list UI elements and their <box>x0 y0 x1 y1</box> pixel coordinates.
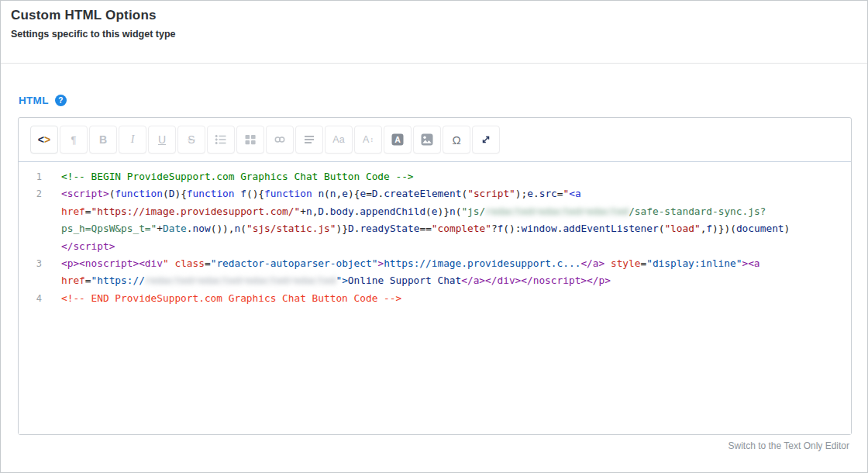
font-case-icon: Aa <box>332 134 344 145</box>
code-line: <script>(function(D){function f(){functi… <box>42 185 581 202</box>
code-line: <p><noscript><div" class="redactor-autop… <box>42 255 760 272</box>
special-char-icon: Ω <box>452 133 460 147</box>
alignment-icon <box>302 133 316 147</box>
line-number: 2 <box>19 185 42 202</box>
code-row: href="https://image.providesupport.com/"… <box>19 203 851 220</box>
page-title: Custom HTML Options <box>11 8 857 23</box>
code-view-icon: < <box>38 133 44 146</box>
code-line: <!-- BEGIN ProvideSupport.com Graphics C… <box>42 168 414 185</box>
toolbar-table-button[interactable] <box>236 126 264 154</box>
html-field-label: HTML ? <box>19 95 67 106</box>
switch-editor-link[interactable]: Switch to the Text Only Editor <box>728 440 849 451</box>
code-row: 1<!-- BEGIN ProvideSupport.com Graphics … <box>19 168 851 185</box>
code-line: href="https://image.providesupport.com/"… <box>42 203 766 220</box>
toolbar-fullscreen-button[interactable] <box>472 126 500 154</box>
line-number: 4 <box>19 290 42 307</box>
code-row: 2<script>(function(D){function f(){funct… <box>19 185 851 202</box>
code-row: 3<p><noscript><div" class="redactor-auto… <box>19 255 851 272</box>
editor-toolbar: <>¶BIUSAaA↕AΩ <box>19 118 851 161</box>
toolbar-underline-button[interactable]: U <box>148 126 176 154</box>
toolbar-italic-button[interactable]: I <box>119 126 146 154</box>
code-line: <!-- END ProvideSupport.com Graphics Cha… <box>42 290 401 307</box>
code-row: </script> <box>19 238 851 255</box>
font-size-arrows-icon: ↕ <box>370 136 374 143</box>
toolbar-text-color-button[interactable]: A <box>384 126 412 154</box>
page-subtitle: Settings specific to this widget type <box>11 29 857 40</box>
toolbar-paragraph-button[interactable]: ¶ <box>60 126 88 154</box>
code-line: </script> <box>42 238 115 255</box>
fullscreen-icon <box>479 133 493 147</box>
toolbar-strikethrough-button[interactable]: S <box>177 126 205 154</box>
font-size-icon: A <box>363 134 369 145</box>
line-number <box>19 272 42 289</box>
html-editor: <>¶BIUSAaA↕AΩ 1<!-- BEGIN ProvideSupport… <box>18 117 852 435</box>
strikethrough-icon: S <box>188 133 195 146</box>
code-content: 1<!-- BEGIN ProvideSupport.com Graphics … <box>19 168 851 307</box>
toolbar-unordered-list-button[interactable] <box>207 126 235 154</box>
link-icon <box>273 133 287 147</box>
italic-icon: I <box>131 133 135 146</box>
toolbar-link-button[interactable] <box>266 126 294 154</box>
html-field-label-text: HTML <box>19 95 49 106</box>
toolbar-special-char-button[interactable]: Ω <box>443 126 470 154</box>
line-number <box>19 220 42 237</box>
insert-image-icon <box>420 133 434 147</box>
page-header: Custom HTML Options Settings specific to… <box>1 1 867 40</box>
code-editor-area[interactable]: 1<!-- BEGIN ProvideSupport.com Graphics … <box>19 161 851 434</box>
bold-icon: B <box>99 133 107 146</box>
line-number: 3 <box>19 255 42 272</box>
table-icon <box>243 133 257 147</box>
code-line: ps_h=QpsW&ps_t="+Date.now()),n("sjs/stat… <box>42 220 790 237</box>
code-view-icon: > <box>44 133 50 146</box>
line-number: 1 <box>19 168 42 185</box>
svg-text:A: A <box>394 135 401 144</box>
code-row: ps_h=QpsW&ps_t="+Date.now()),n("sjs/stat… <box>19 220 851 237</box>
toolbar-bold-button[interactable]: B <box>89 126 117 154</box>
help-icon[interactable]: ? <box>55 95 67 106</box>
line-number <box>19 238 42 255</box>
toolbar-alignment-button[interactable] <box>295 126 323 154</box>
unordered-list-icon <box>214 133 228 147</box>
code-row: 4<!-- END ProvideSupport.com Graphics Ch… <box>19 290 851 307</box>
toolbar-insert-image-button[interactable] <box>413 126 441 154</box>
line-number <box>19 203 42 220</box>
paragraph-icon: ¶ <box>71 134 77 146</box>
code-line: href="https://redactedredactedredactedre… <box>42 272 611 289</box>
text-color-icon: A <box>391 133 405 147</box>
underline-icon: U <box>158 133 166 146</box>
toolbar-code-view-button[interactable]: <> <box>30 126 58 154</box>
header-divider <box>1 63 867 64</box>
toolbar-font-size-button[interactable]: A↕ <box>354 126 382 154</box>
toolbar-font-case-button[interactable]: Aa <box>325 126 353 154</box>
code-row: href="https://redactedredactedredactedre… <box>19 272 851 289</box>
